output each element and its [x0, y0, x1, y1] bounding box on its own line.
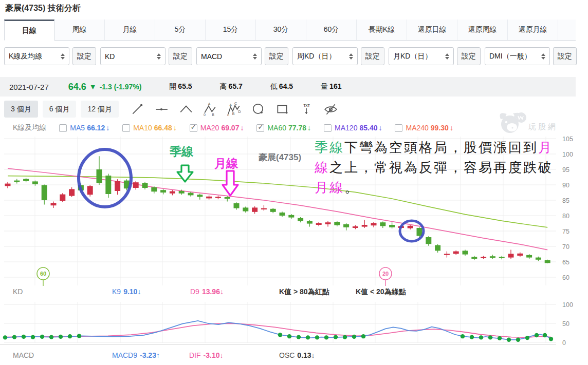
tab-還原日線[interactable]: 還原日線	[407, 20, 457, 40]
checkbox-MA20[interactable]	[190, 124, 197, 132]
kd-header: KD K99.10↓ D913.96↓ K值 > 80為紅點 K值 < 20為綠…	[0, 287, 576, 300]
abc-wave-icon[interactable]: A0B	[203, 102, 217, 116]
sort-down-icon	[157, 57, 161, 60]
setting-button-3[interactable]: 設定	[361, 47, 384, 65]
indicator-select-value: KD	[105, 52, 115, 61]
svg-text:D: D	[238, 110, 241, 113]
indicator-select-2[interactable]: MACD	[196, 47, 262, 65]
drawing-tools: A0BAC0BDTXT	[131, 102, 338, 116]
legend-item-MA120[interactable]: MA12085.40↓	[324, 124, 382, 132]
svg-text:A: A	[229, 103, 232, 107]
kd-note-green: K值 < 20為綠點	[356, 287, 406, 297]
sort-down-icon	[541, 57, 545, 60]
legend-item-MA5[interactable]: MA566.12↓	[59, 124, 109, 132]
period-button-3個月[interactable]: 3 個月	[4, 101, 38, 118]
svg-text:20: 20	[382, 271, 389, 277]
legend-item-MA60[interactable]: MA6077.78↓	[256, 124, 311, 132]
down-arrow-icon: ↓	[173, 124, 177, 132]
elliott-wave-icon[interactable]: AC0BD	[227, 102, 241, 116]
period-button-12個月[interactable]: 12 個月	[81, 101, 118, 118]
analysis-note: 季線下彎為空頭格局，股價漲回到月線之上，常視為反彈，容易再度跌破月線。	[315, 138, 560, 198]
setting-button-0[interactable]: 設定	[72, 47, 96, 65]
legend-item-MA20[interactable]: MA2069.07↓	[190, 124, 244, 132]
sort-arrows-icon	[445, 53, 449, 60]
macd-macd9-value: MACD9-3.23↑	[112, 351, 160, 359]
indicator-select-5[interactable]: DMI（一般）	[485, 47, 550, 65]
down-arrow-icon: ↓	[307, 124, 311, 132]
period-buttons: 3 個月6 個月12 個月	[4, 101, 123, 118]
svg-text:60: 60	[562, 274, 569, 281]
hide-drawings-icon[interactable]	[324, 102, 338, 116]
svg-text:80: 80	[562, 213, 569, 220]
checkbox-MA5[interactable]	[59, 124, 67, 132]
checkbox-MA10[interactable]	[122, 124, 130, 132]
sort-down-icon	[349, 57, 353, 60]
tab-5分[interactable]: 5分	[155, 20, 206, 40]
indicator-select-3[interactable]: 周KD（日）	[292, 47, 358, 65]
checkbox-MA120[interactable]	[324, 124, 332, 132]
setting-button-4[interactable]: 設定	[457, 47, 481, 65]
quote-volume: 量161	[321, 82, 341, 91]
technical-analysis-page: 豪展(4735) 技術分析 日線周線月線5分15分30分60分長期K線還原日線還…	[0, 0, 588, 365]
tab-60分[interactable]: 60分	[306, 20, 357, 40]
checkbox-MA60[interactable]	[256, 124, 264, 132]
svg-text:60: 60	[40, 271, 46, 277]
tab-還原月線[interactable]: 還原月線	[508, 20, 558, 40]
tab-還原周線[interactable]: 還原周線	[457, 20, 508, 40]
horizontal-line-icon[interactable]	[155, 102, 169, 116]
legend-value: 85.40	[359, 124, 377, 132]
indicator-select-value: MACD	[201, 52, 222, 61]
legend-item-MA240[interactable]: MA24099.30↓	[395, 124, 453, 132]
kd-d-value: D913.96↓	[190, 287, 224, 296]
trend-line-icon[interactable]	[131, 102, 144, 116]
kd-note-red: K值 > 80為紅點	[279, 287, 329, 297]
indicator-select-0[interactable]: K線及均線	[4, 47, 69, 65]
sort-down-icon	[253, 57, 257, 60]
tab-日線[interactable]: 日線	[4, 20, 54, 41]
month-line-label: 月線	[214, 156, 238, 171]
indicator-select-value: 周KD（日）	[297, 52, 336, 61]
tab-月線[interactable]: 月線	[105, 20, 155, 40]
indicator-select-value: DMI（一般）	[489, 52, 531, 61]
kd-k-value: K99.10↓	[112, 287, 141, 296]
svg-text:50: 50	[562, 320, 569, 328]
sort-up-icon	[349, 53, 353, 56]
down-arrow-icon: ▼	[89, 83, 97, 91]
rectangle-icon[interactable]	[275, 102, 289, 116]
tab-15分[interactable]: 15分	[206, 20, 256, 40]
svg-text:65: 65	[562, 259, 569, 266]
angle-line-icon[interactable]	[179, 102, 193, 116]
indicator-control-0: K線及均線設定	[4, 47, 96, 65]
macd-dif-value: DIF-3.10↓	[189, 351, 223, 359]
period-button-6個月[interactable]: 6 個月	[43, 101, 77, 118]
checkbox-MA240[interactable]	[395, 124, 402, 132]
indicator-select-4[interactable]: 月KD（日）	[389, 47, 454, 65]
legend-item-MA10[interactable]: MA1066.48↓	[122, 124, 177, 132]
macd-osc-value: OSC0.13↓	[279, 351, 315, 359]
chart-toolbar: 3 個月6 個月12 個月 A0BAC0BDTXT	[4, 101, 338, 118]
down-arrow-icon: ↓	[106, 124, 109, 132]
sort-down-icon	[61, 57, 65, 60]
setting-button-2[interactable]: 設定	[265, 47, 288, 65]
note-segment: 季線	[315, 140, 344, 155]
sort-arrows-icon	[253, 53, 257, 60]
note-segment: 下彎為空頭格局，股價漲回到	[344, 140, 538, 155]
setting-button-5[interactable]: 設定	[553, 47, 577, 65]
tab-30分[interactable]: 30分	[256, 20, 306, 40]
tab-周線[interactable]: 周線	[54, 20, 105, 40]
indicator-controls: K線及均線設定KD設定MACD設定周KD（日）設定月KD（日）設定DMI（一般）…	[4, 47, 577, 65]
sort-arrows-icon	[61, 53, 65, 60]
tab-長期K線[interactable]: 長期K線	[357, 20, 407, 40]
quote-high: 高65.7	[220, 82, 243, 91]
sort-arrows-icon	[349, 53, 353, 60]
sort-arrows-icon	[157, 53, 161, 60]
ellipse-icon[interactable]	[251, 102, 265, 116]
note-segment: 之上，常視為反彈，容易再度跌破	[329, 160, 553, 175]
sort-up-icon	[61, 53, 65, 56]
macd-title: MACD	[13, 351, 34, 359]
indicator-select-1[interactable]: KD	[100, 47, 166, 65]
setting-button-1[interactable]: 設定	[169, 47, 192, 65]
indicator-select-value: 月KD（日）	[393, 52, 432, 61]
text-note-icon[interactable]: TXT	[300, 102, 314, 116]
svg-text:C: C	[234, 102, 237, 105]
